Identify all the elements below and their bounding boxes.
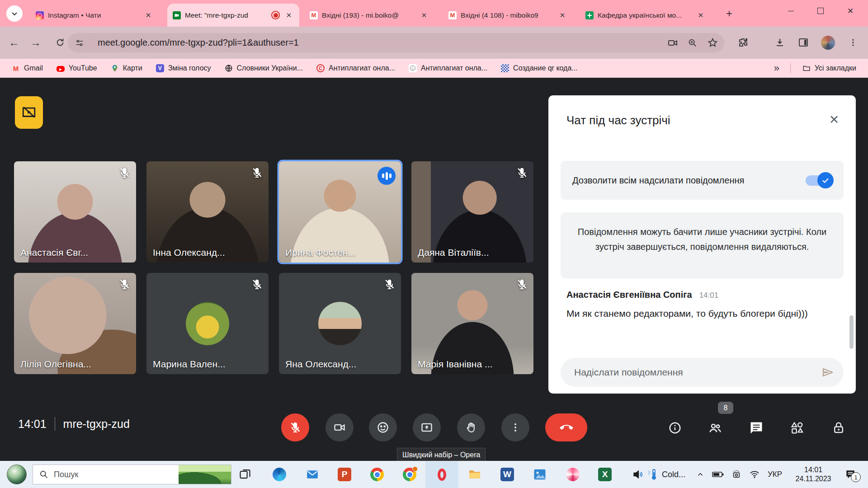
bookmark-voice-changer[interactable]: VЗміна голосу	[151, 61, 217, 75]
search-input[interactable]	[53, 469, 179, 480]
clock-time: 14:01	[804, 466, 822, 474]
chat-close-button[interactable]: ✕	[825, 111, 843, 129]
tab-search-button[interactable]	[6, 5, 23, 22]
bookmark-label: YouTube	[69, 64, 97, 72]
bookmark-qr-generator[interactable]: Создание qr кода...	[495, 61, 583, 75]
tab-close-icon[interactable]: ✕	[419, 10, 429, 20]
sound-icon[interactable]	[631, 467, 645, 482]
address-bar[interactable]: meet.google.com/mre-tgxp-zud?pli=1&authu…	[68, 33, 724, 52]
webcam-tray-icon[interactable]	[731, 469, 741, 479]
chat-input[interactable]	[573, 366, 821, 378]
tray-expand-icon[interactable]	[696, 470, 704, 479]
system-tray: УКР 14:01 24.11.2023 1	[696, 461, 856, 488]
bookmark-maps[interactable]: Карти	[105, 61, 148, 75]
start-button[interactable]	[7, 465, 27, 484]
participant-tile-speaking[interactable]: Ирина Фостен...	[279, 161, 401, 263]
photos-icon[interactable]	[533, 467, 547, 482]
action-center-button[interactable]: 1	[844, 469, 856, 480]
zoom-icon[interactable]	[684, 35, 701, 51]
more-vertical-icon	[510, 422, 521, 433]
forward-button[interactable]: →	[26, 33, 45, 52]
chat-scrollbar[interactable]	[849, 315, 854, 349]
wifi-icon[interactable]	[749, 469, 760, 479]
message-time: 14:01	[699, 291, 719, 300]
window-minimize-button[interactable]	[777, 0, 805, 22]
opera-icon[interactable]	[434, 467, 449, 482]
tab-instagram[interactable]: Instagram • Чати ✕	[30, 4, 159, 27]
reload-button[interactable]	[51, 33, 70, 52]
edge-icon[interactable]	[272, 467, 287, 482]
tab-close-icon[interactable]: ✕	[284, 10, 294, 20]
site-info-icon[interactable]	[71, 35, 88, 51]
host-controls-button[interactable]	[830, 419, 847, 436]
keyboard-language[interactable]: УКР	[768, 470, 782, 479]
send-icon[interactable]	[821, 366, 835, 379]
participant-tile[interactable]: Яна Олександ...	[279, 273, 401, 374]
all-bookmarks-button[interactable]: Усі закладки	[797, 61, 862, 75]
new-tab-button[interactable]: +	[722, 6, 736, 21]
gmail-favicon: M	[310, 11, 318, 19]
meeting-details-button[interactable]	[666, 419, 684, 436]
battery-icon[interactable]	[712, 470, 724, 479]
camera-permission-icon[interactable]	[665, 35, 681, 51]
windows-taskbar: P W X Cold... УКР 14:01 24.11.2023	[0, 461, 868, 488]
bookmark-youtube[interactable]: YouTube	[51, 61, 103, 75]
task-view-button[interactable]	[238, 467, 252, 482]
allow-messages-toggle[interactable]	[806, 174, 832, 187]
chrome-icon[interactable]	[370, 467, 384, 482]
participant-tile[interactable]: Анастасія Євг...	[14, 161, 136, 263]
bookmark-antiplagiat-2[interactable]: cАнтиплагиат онла...	[403, 61, 493, 75]
weather-widget[interactable]: Cold...	[647, 461, 685, 488]
back-button[interactable]: ←	[5, 33, 24, 52]
excel-icon[interactable]: X	[598, 467, 612, 482]
participant-tile[interactable]: Лілія Олегівна...	[14, 273, 136, 374]
extensions-puzzle-icon[interactable]	[735, 34, 752, 51]
window-maximize-button[interactable]	[807, 0, 835, 22]
powerpoint-icon[interactable]: P	[337, 467, 352, 482]
youtube-icon	[57, 66, 65, 72]
bookmark-dictionaries[interactable]: Словники України...	[219, 61, 308, 75]
end-call-button[interactable]	[545, 413, 587, 441]
tab-close-icon[interactable]: ✕	[696, 10, 706, 20]
chrome-icon-2[interactable]	[402, 467, 417, 482]
tab-gmail-2[interactable]: M Вхідні (4 108) - miboiko9 ✕	[443, 4, 573, 27]
more-options-button[interactable]	[501, 413, 529, 441]
reactions-button[interactable]	[369, 413, 397, 441]
bookmark-gmail[interactable]: MGmail	[6, 61, 48, 75]
participants-button[interactable]	[707, 419, 724, 436]
present-button[interactable]	[413, 413, 441, 441]
bookmark-star-icon[interactable]	[704, 35, 721, 51]
v-app-icon: V	[156, 64, 164, 72]
participant-tile[interactable]: Марина Вален...	[146, 273, 269, 374]
activities-button[interactable]	[788, 419, 806, 436]
tab-sheets[interactable]: Кафедра української мо... ✕	[580, 4, 711, 27]
raise-hand-button[interactable]	[457, 413, 485, 441]
browser-menu-icon[interactable]	[844, 34, 862, 51]
tab-meet-active[interactable]: Meet: "mre-tgxp-zud ✕	[167, 4, 299, 27]
taskbar-clock[interactable]: 14:01 24.11.2023	[790, 465, 837, 483]
tab-close-icon[interactable]: ✕	[143, 10, 153, 20]
window-close-button[interactable]: ✕	[836, 0, 864, 22]
taskbar-search[interactable]	[33, 465, 231, 484]
mic-mute-button[interactable]	[281, 413, 309, 441]
search-highlight-image[interactable]	[179, 465, 231, 484]
participant-tile[interactable]: Марія Іванівна ...	[411, 273, 533, 374]
side-panel-icon[interactable]	[795, 34, 812, 51]
paint-icon[interactable]	[566, 467, 580, 482]
tab-close-icon[interactable]: ✕	[557, 10, 567, 20]
participant-tile[interactable]: Даяна Віталіїв...	[411, 161, 533, 263]
participant-tile[interactable]: Інна Олександ...	[146, 161, 269, 263]
tab-gmail-1[interactable]: M Вхідні (193) - mi.boiko@ ✕	[304, 4, 434, 27]
bookmarks-overflow-chevron[interactable]: »	[769, 62, 784, 74]
chat-toggle-button-active[interactable]	[748, 419, 765, 436]
bookmark-antiplagiat-1[interactable]: CАнтиплагиат онла...	[311, 61, 401, 75]
file-explorer-icon[interactable]	[467, 467, 482, 482]
avatar	[186, 302, 229, 345]
profile-avatar[interactable]	[819, 34, 836, 51]
word-icon[interactable]: W	[500, 467, 514, 482]
download-icon[interactable]	[771, 34, 788, 51]
chat-title: Чат під час зустрічі	[566, 113, 670, 127]
camera-button[interactable]	[326, 413, 354, 441]
mail-icon[interactable]	[305, 467, 320, 482]
browser-toolbar: ← → meet.google.com/mre-tgxp-zud?pli=1&a…	[0, 27, 868, 59]
